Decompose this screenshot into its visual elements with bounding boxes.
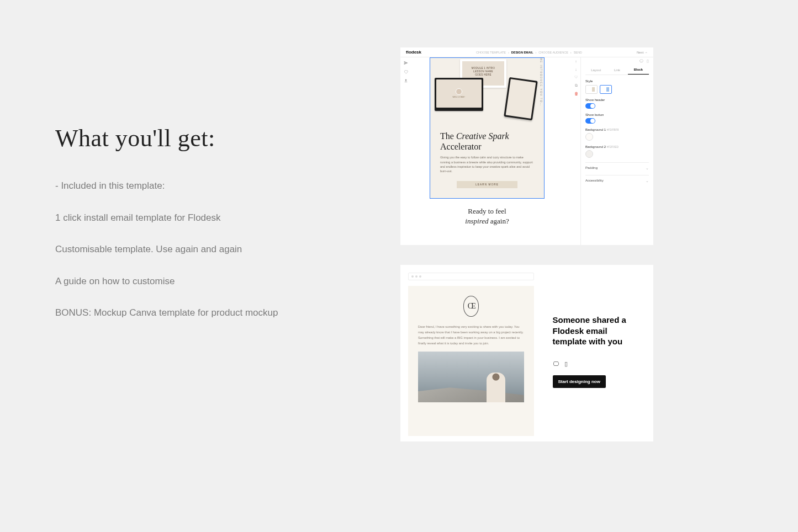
feature-item: BONUS: Mockup Canva template for product… <box>55 306 364 320</box>
accessibility-section[interactable]: Accessibility⌄ <box>585 175 649 183</box>
show-header-label: Show header <box>585 98 649 102</box>
arrow-up-icon[interactable]: ↑ <box>575 60 577 63</box>
bg2-label: Background 2 #F2F0ED <box>585 145 649 148</box>
desktop-icon[interactable]: 🖵 <box>553 360 559 368</box>
arrow-down-icon[interactable]: ↓ <box>575 67 577 71</box>
style-option-1[interactable] <box>585 85 598 94</box>
below-frame-text: Ready to feel inspired again? <box>416 206 558 226</box>
brand-logo: flodesk <box>406 50 421 55</box>
email-copy: Dear friend, I have something very excit… <box>418 324 524 346</box>
desktop-preview-icon[interactable]: 🖵 <box>640 59 643 63</box>
step-send[interactable]: SEND <box>574 51 582 54</box>
chevron-down-icon: ⌄ <box>646 166 649 171</box>
browser-chrome <box>408 273 534 280</box>
hero-mockup-collage: MODULE 1 INTRO LESSON NAME GOES HERE WEL… <box>430 58 544 124</box>
tab-layout[interactable]: Layout <box>585 65 606 75</box>
editor-topbar: flodesk CHOOSE TEMPLATE › DESIGN EMAIL ›… <box>400 47 653 57</box>
learn-more-button[interactable]: LEARN MORE <box>457 181 517 188</box>
laptop-mockup: WELCOME! <box>435 78 483 111</box>
show-button-label: Show button <box>585 113 649 116</box>
block-toolbar: ↑ ↓ ♡ ⧉ 🗑 <box>572 57 580 245</box>
tab-link[interactable]: Link <box>606 65 627 75</box>
bg1-swatch[interactable] <box>585 133 593 141</box>
flodesk-editor-screenshot: flodesk CHOOSE TEMPLATE › DESIGN EMAIL ›… <box>400 47 653 245</box>
share-cta-column: Someone shared a Flodesk email template … <box>542 265 654 441</box>
padding-section[interactable]: Padding⌄ <box>585 162 649 171</box>
intro-line: - Included in this template: <box>55 179 364 193</box>
panel-tabs: Layout Link Block <box>585 65 649 75</box>
email-heading: The Creative Spark Accelerator <box>430 124 544 155</box>
feature-item: 1 click install email template for Flode… <box>55 211 364 225</box>
email-body: CE Dear friend, I have something very ex… <box>408 286 534 436</box>
trash-icon[interactable]: 🗑 <box>574 92 578 95</box>
duplicate-icon[interactable]: ⧉ <box>575 83 578 88</box>
share-device-icons: 🖵 ▯ <box>553 360 643 368</box>
feature-item: A guide on how to customise <box>55 274 364 289</box>
step-choose-audience[interactable]: CHOOSE AUDIENCE <box>538 51 568 54</box>
heart-icon[interactable] <box>404 70 408 74</box>
avatar <box>456 88 462 95</box>
show-header-toggle[interactable] <box>585 103 595 109</box>
share-preview-screenshot: CE Dear friend, I have something very ex… <box>400 265 653 441</box>
step-design-email[interactable]: DESIGN EMAIL <box>511 51 533 54</box>
mobile-preview-icon[interactable]: ▯ <box>647 59 649 63</box>
tab-block[interactable]: Block <box>628 65 649 75</box>
heart-outline-icon[interactable]: ♡ <box>574 75 578 79</box>
start-designing-button[interactable]: Start designing now <box>553 375 606 388</box>
email-frame[interactable]: MODULE 1 INTRO LESSON NAME GOES HERE WEL… <box>430 57 545 199</box>
brand-monogram: CE <box>463 296 479 317</box>
tablet-mockup <box>504 77 538 121</box>
wizard-steps: CHOOSE TEMPLATE › DESIGN EMAIL › CHOOSE … <box>476 51 582 54</box>
style-label: Style <box>585 79 649 83</box>
share-email-preview: CE Dear friend, I have something very ex… <box>400 265 542 441</box>
export-icon[interactable] <box>404 78 408 83</box>
show-button-toggle[interactable] <box>585 118 595 124</box>
step-choose-template[interactable]: CHOOSE TEMPLATE <box>476 51 506 54</box>
left-toolbar <box>400 57 411 245</box>
next-button[interactable]: Next → <box>637 51 648 54</box>
email-hero-image <box>418 352 524 402</box>
feature-item: Customisable template. Use again and aga… <box>55 242 364 257</box>
vertical-intro-label: ME INTRODUCE YOU TO… <box>540 58 542 107</box>
bg1-label: Background 1 #FDFBF8 <box>585 128 649 131</box>
email-description: Giving you the easy to follow calm and c… <box>430 155 544 178</box>
left-text-block: What you'll get: - Included in this temp… <box>55 124 364 338</box>
mockup-line: GOES HERE <box>460 73 506 77</box>
editor-canvas: MODULE 1 INTRO LESSON NAME GOES HERE WEL… <box>411 57 572 245</box>
send-icon[interactable] <box>404 61 408 65</box>
style-option-2[interactable] <box>600 85 612 94</box>
design-panel: 🖵 ▯ Layout Link Block Style Show header … <box>580 57 653 245</box>
section-heading: What you'll get: <box>55 124 364 152</box>
bg2-swatch[interactable] <box>585 150 593 158</box>
welcome-text: WELCOME! <box>452 96 465 98</box>
mobile-icon[interactable]: ▯ <box>564 360 568 368</box>
chevron-down-icon: ⌄ <box>646 179 649 183</box>
share-heading: Someone shared a Flodesk email template … <box>553 315 643 347</box>
